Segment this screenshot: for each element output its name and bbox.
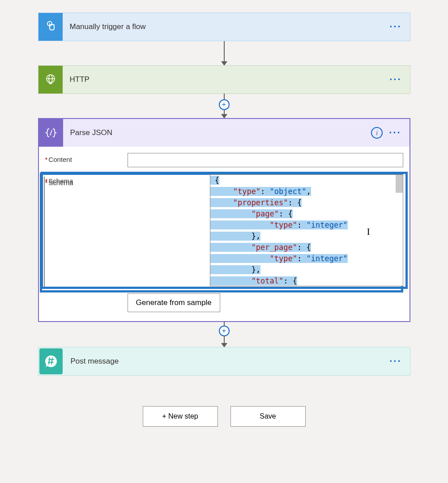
connector-arrow: +: [219, 93, 230, 119]
insert-step-button[interactable]: +: [219, 99, 230, 110]
scrollbar-thumb[interactable]: [396, 175, 403, 193]
http-step[interactable]: HTTP ···: [38, 65, 410, 94]
generate-from-sample-button[interactable]: Generate from sample: [128, 293, 220, 312]
trigger-step[interactable]: Manually trigger a flow ···: [38, 13, 410, 41]
svg-point-7: [46, 356, 56, 366]
connector-arrow: [221, 41, 227, 66]
new-step-button[interactable]: + New step: [143, 406, 218, 427]
hash-icon: [39, 348, 63, 374]
post-menu-button[interactable]: ···: [389, 356, 401, 366]
touch-icon: [38, 13, 63, 41]
content-label: *Content: [45, 153, 128, 163]
parse-title: Parse JSON: [63, 119, 371, 147]
trigger-title: Manually trigger a flow: [63, 13, 390, 41]
schema-editor[interactable]: I: [44, 177, 45, 288]
braces-icon: [39, 119, 63, 147]
info-icon[interactable]: i: [371, 127, 383, 139]
connector-arrow: +: [219, 322, 230, 347]
globe-icon: [38, 66, 63, 93]
text-cursor-icon: I: [367, 226, 370, 237]
schema-label: *Schema: [43, 173, 124, 185]
svg-line-6: [50, 130, 52, 136]
parse-menu-button[interactable]: ···: [389, 128, 401, 138]
trigger-menu-button[interactable]: ···: [389, 22, 401, 32]
http-title: HTTP: [63, 66, 390, 93]
insert-step-button[interactable]: +: [219, 326, 230, 336]
parse-json-step: Parse JSON i ··· *Content *Schema I: [38, 118, 410, 322]
parse-header[interactable]: Parse JSON i ···: [39, 119, 410, 147]
http-menu-button[interactable]: ···: [389, 75, 401, 85]
schema-editor[interactable]: { "type": "object", "properties": { "pag…: [210, 174, 403, 286]
post-title: Post message: [64, 347, 390, 375]
save-button[interactable]: Save: [230, 406, 306, 427]
content-input[interactable]: [128, 153, 403, 167]
post-message-step[interactable]: Post message ···: [38, 347, 410, 376]
